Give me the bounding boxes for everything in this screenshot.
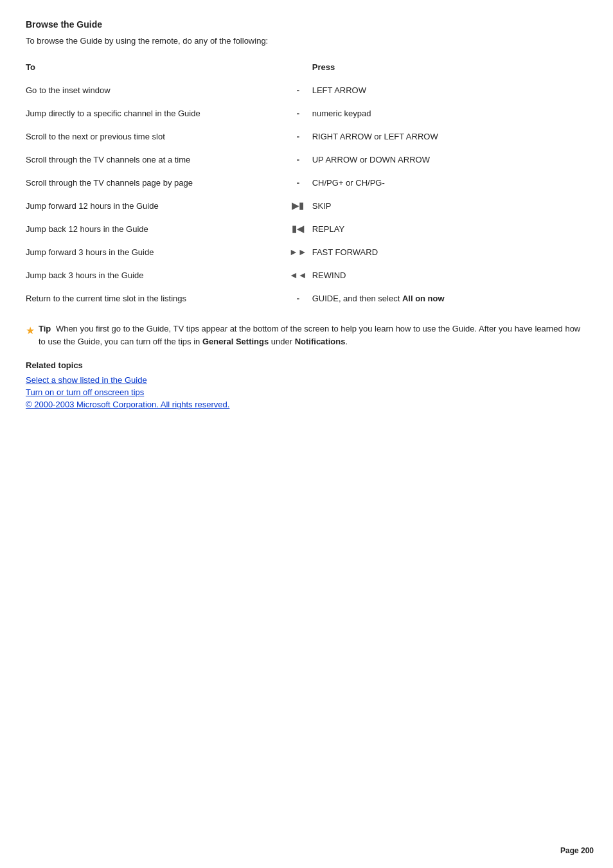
guide-table: To Press Go to the inset window-LEFT ARR… <box>26 58 587 310</box>
press-cell: REPLAY <box>312 217 587 240</box>
tip-bold2: Notifications <box>295 337 346 346</box>
press-cell: REWIND <box>312 263 587 287</box>
icon-cell: - <box>284 125 312 148</box>
action-cell: Jump forward 12 hours in the Guide <box>26 194 284 217</box>
action-cell: Go to the inset window <box>26 78 284 102</box>
press-cell: FAST FORWARD <box>312 240 587 263</box>
icon-cell: ◄◄ <box>284 263 312 287</box>
related-link[interactable]: © 2000-2003 Microsoft Corporation. All r… <box>26 400 587 409</box>
related-links: Select a show listed in the GuideTurn on… <box>26 375 587 409</box>
press-cell: LEFT ARROW <box>312 78 587 102</box>
page-title: Browse the Guide <box>26 19 587 30</box>
table-row: Jump back 12 hours in the Guide▮◀REPLAY <box>26 217 587 240</box>
tip-box: ★ Tip When you first go to the Guide, TV… <box>26 323 587 348</box>
action-cell: Jump directly to a specific channel in t… <box>26 102 284 125</box>
related-link[interactable]: Select a show listed in the Guide <box>26 375 587 385</box>
related-topics-title: Related topics <box>26 360 587 370</box>
table-row: Jump forward 3 hours in the Guide►►FAST … <box>26 240 587 263</box>
tip-bold1: General Settings <box>202 337 269 346</box>
press-cell: numeric keypad <box>312 102 587 125</box>
table-row: Jump back 3 hours in the Guide◄◄REWIND <box>26 263 587 287</box>
action-cell: Scroll through the TV channels page by p… <box>26 171 284 194</box>
tip-content: Tip When you first go to the Guide, TV t… <box>39 323 587 348</box>
table-row: Jump forward 12 hours in the Guide▶▮SKIP <box>26 194 587 217</box>
action-cell: Jump forward 3 hours in the Guide <box>26 240 284 263</box>
icon-cell: - <box>284 78 312 102</box>
tip-mid: under <box>269 337 294 346</box>
icon-cell: - <box>284 148 312 171</box>
press-cell: CH/PG+ or CH/PG- <box>312 171 587 194</box>
press-cell: SKIP <box>312 194 587 217</box>
action-cell: Scroll through the TV channels one at a … <box>26 148 284 171</box>
tip-icon: ★ <box>26 323 35 339</box>
table-row: Scroll through the TV channels one at a … <box>26 148 587 171</box>
table-row: Go to the inset window-LEFT ARROW <box>26 78 587 102</box>
col-to-header: To <box>26 58 284 78</box>
press-cell: UP ARROW or DOWN ARROW <box>312 148 587 171</box>
icon-cell: - <box>284 102 312 125</box>
icon-cell: - <box>284 287 312 310</box>
tip-label: Tip <box>39 324 51 333</box>
press-cell: RIGHT ARROW or LEFT ARROW <box>312 125 587 148</box>
related-link[interactable]: Turn on or turn off onscreen tips <box>26 387 587 397</box>
icon-cell: ▮◀ <box>284 217 312 240</box>
action-cell: Scroll to the next or previous time slot <box>26 125 284 148</box>
action-cell: Jump back 3 hours in the Guide <box>26 263 284 287</box>
icon-cell: ▶▮ <box>284 194 312 217</box>
table-row: Scroll through the TV channels page by p… <box>26 171 587 194</box>
tip-end: . <box>345 337 348 346</box>
icon-cell: ►► <box>284 240 312 263</box>
press-cell: GUIDE, and then select All on now <box>312 287 587 310</box>
icon-cell: - <box>284 171 312 194</box>
table-row: Scroll to the next or previous time slot… <box>26 125 587 148</box>
table-row: Jump directly to a specific channel in t… <box>26 102 587 125</box>
intro-text: To browse the Guide by using the remote,… <box>26 36 587 46</box>
action-cell: Return to the current time slot in the l… <box>26 287 284 310</box>
col-dash-header <box>284 58 312 78</box>
col-press-header: Press <box>312 58 587 78</box>
action-cell: Jump back 12 hours in the Guide <box>26 217 284 240</box>
table-row: Return to the current time slot in the l… <box>26 287 587 310</box>
